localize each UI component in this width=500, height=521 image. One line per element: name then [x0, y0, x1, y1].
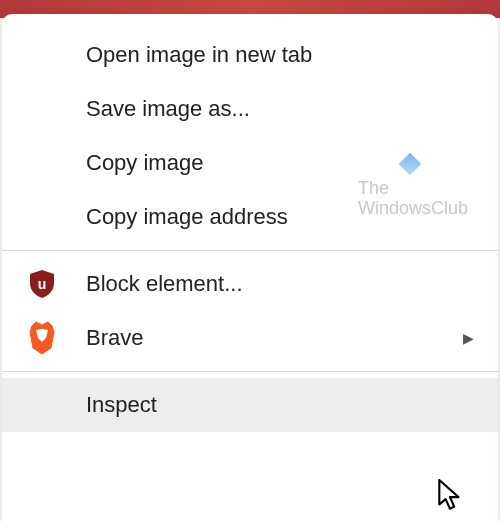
svg-text:u: u [38, 276, 47, 292]
context-menu: Open image in new tab Save image as... C… [2, 14, 498, 521]
ublock-icon: u [26, 268, 86, 300]
brave-icon [26, 320, 86, 356]
menu-separator [2, 371, 498, 372]
menu-item-open-image-new-tab[interactable]: Open image in new tab [2, 28, 498, 82]
menu-separator [2, 250, 498, 251]
menu-item-copy-image[interactable]: Copy image [2, 136, 498, 190]
menu-item-inspect[interactable]: Inspect [2, 378, 498, 432]
menu-item-label: Block element... [86, 271, 474, 297]
menu-item-brave[interactable]: Brave ▶ [2, 311, 498, 365]
menu-item-label: Open image in new tab [86, 42, 474, 68]
chevron-right-icon: ▶ [463, 330, 474, 346]
menu-item-block-element[interactable]: u Block element... [2, 257, 498, 311]
menu-item-save-image-as[interactable]: Save image as... [2, 82, 498, 136]
menu-item-label: Inspect [86, 392, 474, 418]
menu-item-label: Brave [86, 325, 463, 351]
menu-item-copy-image-address[interactable]: Copy image address [2, 190, 498, 244]
menu-item-label: Save image as... [86, 96, 474, 122]
menu-item-label: Copy image address [86, 204, 474, 230]
menu-item-label: Copy image [86, 150, 474, 176]
